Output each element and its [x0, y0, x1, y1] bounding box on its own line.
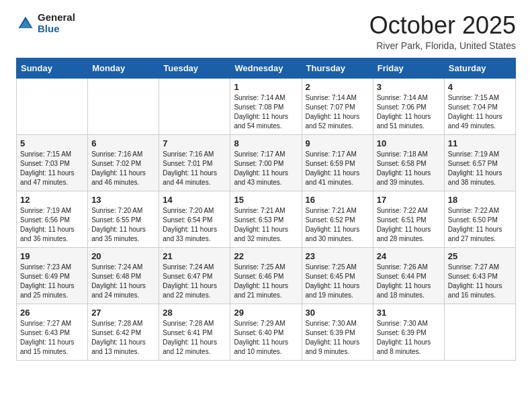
- calendar-table: Sunday Monday Tuesday Wednesday Thursday…: [16, 58, 516, 361]
- logo-icon: [16, 14, 35, 33]
- calendar-cell: 26Sunrise: 7:27 AM Sunset: 6:43 PM Dayli…: [17, 304, 88, 360]
- calendar-cell: 27Sunrise: 7:28 AM Sunset: 6:42 PM Dayli…: [88, 304, 159, 360]
- calendar-cell: 1Sunrise: 7:14 AM Sunset: 7:08 PM Daylig…: [230, 78, 302, 134]
- calendar-cell: 11Sunrise: 7:19 AM Sunset: 6:57 PM Dayli…: [444, 134, 515, 191]
- day-number: 9: [306, 138, 369, 148]
- calendar-cell: 25Sunrise: 7:27 AM Sunset: 6:43 PM Dayli…: [444, 247, 515, 304]
- col-monday: Monday: [88, 58, 159, 78]
- calendar-cell: 9Sunrise: 7:17 AM Sunset: 6:59 PM Daylig…: [302, 134, 373, 191]
- day-number: 30: [306, 308, 369, 318]
- cell-info: Sunrise: 7:14 AM Sunset: 7:06 PM Dayligh…: [377, 93, 441, 131]
- day-number: 5: [20, 138, 84, 148]
- col-friday: Friday: [373, 58, 444, 78]
- cell-info: Sunrise: 7:21 AM Sunset: 6:52 PM Dayligh…: [306, 206, 369, 244]
- day-number: 3: [377, 82, 441, 92]
- day-number: 13: [91, 195, 155, 205]
- day-number: 19: [20, 251, 84, 261]
- logo: General Blue: [16, 12, 75, 34]
- day-number: 18: [448, 195, 512, 205]
- day-number: 28: [163, 308, 226, 318]
- week-row-2: 5Sunrise: 7:15 AM Sunset: 7:03 PM Daylig…: [17, 134, 516, 191]
- day-number: 14: [163, 195, 226, 205]
- col-tuesday: Tuesday: [159, 58, 230, 78]
- calendar-cell: 28Sunrise: 7:28 AM Sunset: 6:41 PM Dayli…: [159, 304, 230, 360]
- calendar-header: Sunday Monday Tuesday Wednesday Thursday…: [17, 58, 516, 78]
- col-sunday: Sunday: [17, 58, 88, 78]
- cell-info: Sunrise: 7:25 AM Sunset: 6:45 PM Dayligh…: [306, 263, 369, 300]
- calendar-cell: 16Sunrise: 7:21 AM Sunset: 6:52 PM Dayli…: [302, 191, 373, 247]
- cell-info: Sunrise: 7:17 AM Sunset: 6:59 PM Dayligh…: [306, 150, 369, 187]
- day-number: 24: [377, 251, 441, 261]
- week-row-5: 26Sunrise: 7:27 AM Sunset: 6:43 PM Dayli…: [17, 304, 516, 360]
- cell-info: Sunrise: 7:29 AM Sunset: 6:40 PM Dayligh…: [234, 319, 298, 357]
- day-number: 11: [448, 138, 512, 148]
- day-number: 23: [306, 251, 369, 261]
- calendar-cell: 12Sunrise: 7:19 AM Sunset: 6:56 PM Dayli…: [17, 191, 88, 247]
- calendar-cell: 6Sunrise: 7:16 AM Sunset: 7:02 PM Daylig…: [88, 134, 159, 191]
- header-row: Sunday Monday Tuesday Wednesday Thursday…: [17, 58, 516, 78]
- cell-info: Sunrise: 7:16 AM Sunset: 7:01 PM Dayligh…: [163, 150, 226, 187]
- cell-info: Sunrise: 7:30 AM Sunset: 6:39 PM Dayligh…: [306, 319, 369, 357]
- cell-info: Sunrise: 7:28 AM Sunset: 6:42 PM Dayligh…: [91, 319, 155, 357]
- calendar-cell: [444, 304, 515, 360]
- title-block: October 2025 River Park, Florida, United…: [369, 12, 516, 51]
- calendar-cell: 10Sunrise: 7:18 AM Sunset: 6:58 PM Dayli…: [373, 134, 444, 191]
- week-row-1: 1Sunrise: 7:14 AM Sunset: 7:08 PM Daylig…: [17, 78, 516, 134]
- calendar-cell: 17Sunrise: 7:22 AM Sunset: 6:51 PM Dayli…: [373, 191, 444, 247]
- calendar-cell: [159, 78, 230, 134]
- col-saturday: Saturday: [444, 58, 515, 78]
- calendar-cell: [17, 78, 88, 134]
- cell-info: Sunrise: 7:20 AM Sunset: 6:55 PM Dayligh…: [91, 206, 155, 244]
- day-number: 31: [377, 308, 441, 318]
- cell-info: Sunrise: 7:19 AM Sunset: 6:56 PM Dayligh…: [20, 206, 84, 244]
- calendar-cell: 14Sunrise: 7:20 AM Sunset: 6:54 PM Dayli…: [159, 191, 230, 247]
- cell-info: Sunrise: 7:15 AM Sunset: 7:04 PM Dayligh…: [448, 93, 512, 131]
- cell-info: Sunrise: 7:21 AM Sunset: 6:53 PM Dayligh…: [234, 206, 298, 244]
- logo-general: General: [38, 12, 75, 24]
- calendar-cell: 15Sunrise: 7:21 AM Sunset: 6:53 PM Dayli…: [230, 191, 302, 247]
- day-number: 26: [20, 308, 84, 318]
- calendar-cell: 7Sunrise: 7:16 AM Sunset: 7:01 PM Daylig…: [159, 134, 230, 191]
- calendar-cell: 8Sunrise: 7:17 AM Sunset: 7:00 PM Daylig…: [230, 134, 302, 191]
- calendar-body: 1Sunrise: 7:14 AM Sunset: 7:08 PM Daylig…: [17, 78, 516, 360]
- calendar-cell: 31Sunrise: 7:30 AM Sunset: 6:39 PM Dayli…: [373, 304, 444, 360]
- cell-info: Sunrise: 7:24 AM Sunset: 6:47 PM Dayligh…: [163, 263, 226, 300]
- cell-info: Sunrise: 7:17 AM Sunset: 7:00 PM Dayligh…: [234, 150, 298, 187]
- calendar-container: Sunday Monday Tuesday Wednesday Thursday…: [0, 58, 532, 369]
- cell-info: Sunrise: 7:20 AM Sunset: 6:54 PM Dayligh…: [163, 206, 226, 244]
- day-number: 16: [306, 195, 369, 205]
- day-number: 27: [91, 308, 155, 318]
- cell-info: Sunrise: 7:27 AM Sunset: 6:43 PM Dayligh…: [20, 319, 84, 357]
- logo-text: General Blue: [38, 12, 75, 34]
- cell-info: Sunrise: 7:25 AM Sunset: 6:46 PM Dayligh…: [234, 263, 298, 300]
- cell-info: Sunrise: 7:24 AM Sunset: 6:48 PM Dayligh…: [91, 263, 155, 300]
- cell-info: Sunrise: 7:23 AM Sunset: 6:49 PM Dayligh…: [20, 263, 84, 300]
- day-number: 1: [234, 82, 298, 92]
- cell-info: Sunrise: 7:26 AM Sunset: 6:44 PM Dayligh…: [377, 263, 441, 300]
- day-number: 10: [377, 138, 441, 148]
- day-number: 2: [306, 82, 369, 92]
- week-row-4: 19Sunrise: 7:23 AM Sunset: 6:49 PM Dayli…: [17, 247, 516, 304]
- cell-info: Sunrise: 7:22 AM Sunset: 6:51 PM Dayligh…: [377, 206, 441, 244]
- day-number: 6: [91, 138, 155, 148]
- page-header: General Blue October 2025 River Park, Fl…: [0, 0, 532, 58]
- calendar-cell: 18Sunrise: 7:22 AM Sunset: 6:50 PM Dayli…: [444, 191, 515, 247]
- calendar-cell: 4Sunrise: 7:15 AM Sunset: 7:04 PM Daylig…: [444, 78, 515, 134]
- calendar-cell: 3Sunrise: 7:14 AM Sunset: 7:06 PM Daylig…: [373, 78, 444, 134]
- calendar-cell: 13Sunrise: 7:20 AM Sunset: 6:55 PM Dayli…: [88, 191, 159, 247]
- week-row-3: 12Sunrise: 7:19 AM Sunset: 6:56 PM Dayli…: [17, 191, 516, 247]
- calendar-cell: 20Sunrise: 7:24 AM Sunset: 6:48 PM Dayli…: [88, 247, 159, 304]
- day-number: 22: [234, 251, 298, 261]
- calendar-cell: 2Sunrise: 7:14 AM Sunset: 7:07 PM Daylig…: [302, 78, 373, 134]
- day-number: 20: [91, 251, 155, 261]
- cell-info: Sunrise: 7:27 AM Sunset: 6:43 PM Dayligh…: [448, 263, 512, 300]
- day-number: 21: [163, 251, 226, 261]
- cell-info: Sunrise: 7:19 AM Sunset: 6:57 PM Dayligh…: [448, 150, 512, 187]
- day-number: 29: [234, 308, 298, 318]
- calendar-cell: 29Sunrise: 7:29 AM Sunset: 6:40 PM Dayli…: [230, 304, 302, 360]
- cell-info: Sunrise: 7:28 AM Sunset: 6:41 PM Dayligh…: [163, 319, 226, 357]
- day-number: 7: [163, 138, 226, 148]
- day-number: 12: [20, 195, 84, 205]
- day-number: 4: [448, 82, 512, 92]
- calendar-cell: 19Sunrise: 7:23 AM Sunset: 6:49 PM Dayli…: [17, 247, 88, 304]
